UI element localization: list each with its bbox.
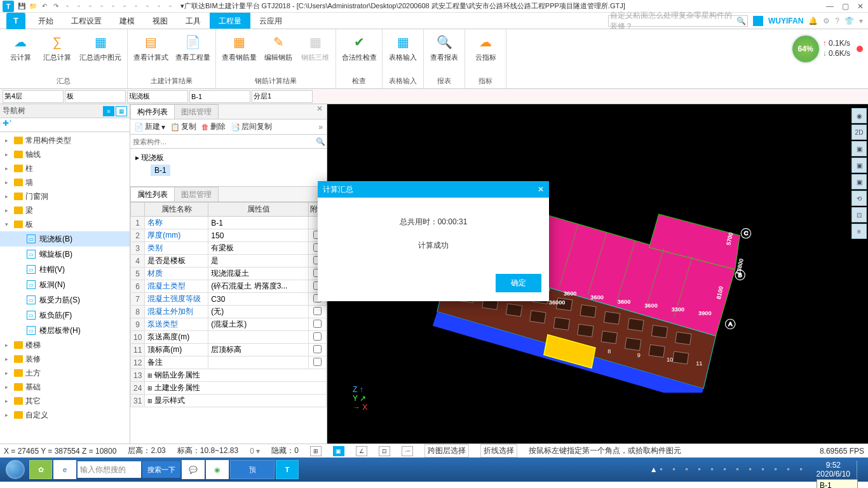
qat-btn[interactable]: ▫ [62, 1, 72, 11]
tree-subitem[interactable]: ▭现浇板(B) [0, 231, 130, 247]
tray-icon[interactable]: ▫ [800, 464, 810, 475]
property-row[interactable]: 11顶标高(m)层顶标高 [131, 344, 327, 356]
tab-component-list[interactable]: 构件列表 [130, 104, 175, 119]
layers-icon[interactable]: ≡ [851, 224, 867, 239]
cloud-calc-button[interactable]: ☁云计算 [4, 32, 37, 62]
tab-view[interactable]: 视图 [144, 13, 177, 29]
tree-item[interactable]: ▸装修 [0, 352, 130, 366]
validity-check-button[interactable]: ✔合法性检查 [340, 32, 378, 62]
tab-quantity[interactable]: 工程量 [210, 13, 250, 29]
taskbar-app-preview[interactable]: 预 [230, 460, 275, 479]
tree-item[interactable]: ▸柱 [0, 161, 130, 175]
tab-drawing-mgmt[interactable]: 图纸管理 [174, 104, 219, 119]
minimize-icon[interactable]: — [825, 2, 835, 11]
nav-tree[interactable]: ▸常用构件类型▸轴线▸柱▸墙▸门窗洞▸梁▾板▭现浇板(B)▭螺旋板(B)▭柱帽(… [0, 132, 130, 444]
avatar[interactable] [753, 16, 763, 26]
layer-copy-button[interactable]: 📑层间复制 [231, 121, 272, 132]
tree-item[interactable]: ▸常用构件类型 [0, 133, 130, 147]
component-item-selected[interactable]: B-1 [151, 165, 170, 176]
tree-subitem[interactable]: ▭螺旋板(B) [0, 247, 130, 262]
delete-button[interactable]: 🗑删除 [201, 121, 226, 132]
mode-polyline[interactable]: 折线选择 [480, 444, 517, 458]
tree-item[interactable]: ▸楼梯 [0, 338, 130, 352]
qat-btn[interactable]: ▫ [142, 1, 153, 11]
property-row[interactable]: 4是否是楼板是 [131, 255, 327, 268]
property-row[interactable]: 7混凝土强度等级C30 [131, 293, 327, 306]
view-report-button[interactable]: 🔍查看报表 [428, 32, 461, 62]
tree-item[interactable]: ▸其它 [0, 394, 130, 408]
tree-subitem[interactable]: ▭板负筋(F) [0, 308, 130, 323]
tab-start[interactable]: 开始 [29, 13, 62, 29]
collapse-ribbon-icon[interactable]: ▾ [859, 17, 863, 25]
taskbar-search-button[interactable]: 搜索一下 [142, 461, 180, 478]
tab-tools[interactable]: 工具 [177, 13, 210, 29]
property-row[interactable]: 10泵送高度(m) [131, 331, 327, 344]
qat-btn[interactable]: ▫ [119, 1, 130, 11]
dialog-close-icon[interactable]: ✕ [538, 185, 544, 194]
tree-item[interactable]: ▸自定义 [0, 408, 130, 422]
settings-icon[interactable]: ⚙ [823, 17, 830, 25]
tree-item[interactable]: ▸门窗洞 [0, 189, 130, 203]
qat-save-icon[interactable]: 💾 [17, 1, 27, 11]
tab-properties[interactable]: 属性列表 [130, 187, 175, 201]
sb-btn[interactable]: ⊡ [379, 446, 390, 456]
tray-icon[interactable]: ▫ [673, 464, 683, 475]
tab-model[interactable]: 建模 [111, 13, 144, 29]
property-row[interactable]: 2厚度(mm)150 [131, 229, 327, 242]
cube2-icon[interactable]: ▣ [851, 158, 867, 173]
mode-cross-layer[interactable]: 跨图层选择 [424, 444, 469, 458]
floor-select[interactable] [3, 90, 64, 103]
subcategory-select[interactable] [127, 90, 188, 103]
copy-button[interactable]: 📋复制 [170, 121, 196, 132]
tree-subitem[interactable]: ▭柱帽(V) [0, 262, 130, 277]
tree-item[interactable]: ▸墙 [0, 175, 130, 189]
code-select[interactable] [189, 90, 250, 103]
taskbar-wechat[interactable]: 💬 [182, 460, 205, 479]
qat-open-icon[interactable]: 📁 [28, 1, 38, 11]
dialog-ok-button[interactable]: 确定 [496, 274, 541, 292]
add-component-button[interactable]: ✚+ [0, 118, 130, 132]
tree-item[interactable]: ▾板 [0, 217, 130, 231]
username[interactable]: WUYIFAN [768, 17, 803, 25]
bell-icon[interactable]: 🔔 [808, 17, 818, 25]
help-search[interactable]: 自定义粘面怎么处理复杂零星构件的装修？🔍 [608, 15, 748, 27]
qat-btn[interactable]: ▫ [165, 1, 175, 11]
qat-btn[interactable]: ▫ [108, 1, 118, 11]
clock[interactable]: 9:52 2020/6/10 [813, 461, 854, 479]
tray-icon[interactable]: ▫ [698, 464, 709, 475]
panel-close-icon[interactable]: ✕ [313, 104, 327, 119]
tree-subitem[interactable]: ▭板洞(N) [0, 277, 130, 292]
tray-icon[interactable]: ▫ [787, 464, 797, 475]
tab-layer-mgmt[interactable]: 图层管理 [174, 187, 219, 201]
layer-select[interactable] [252, 90, 313, 103]
summary-selected-button[interactable]: ▦汇总选中图元 [78, 32, 123, 62]
category-select[interactable] [65, 90, 126, 103]
new-button[interactable]: 📄新建 ▾ [134, 121, 165, 132]
taskbar-current-app[interactable]: T [276, 460, 299, 479]
skin-icon[interactable]: 👕 [844, 17, 854, 25]
tree-item[interactable]: ▸梁 [0, 203, 130, 217]
tray-icon[interactable]: ▫ [775, 464, 785, 475]
show-desktop[interactable] [857, 461, 865, 478]
view-2d-icon[interactable]: 2D [851, 125, 867, 140]
tray-icon[interactable]: ▫ [711, 464, 721, 475]
maximize-icon[interactable]: ▢ [840, 2, 850, 11]
tree-subitem[interactable]: ▭板受力筋(S) [0, 292, 130, 308]
orbit-icon[interactable]: ◉ [851, 108, 867, 123]
view-formula-button[interactable]: ▤查看计算式 [132, 32, 170, 62]
taskbar-search-input[interactable]: 输入你想搜的 [78, 461, 141, 478]
search-icon[interactable]: 🔍 [314, 137, 327, 146]
property-table[interactable]: 属性名称 属性值 附加 1名称B-12厚度(mm)1503类别有梁板4是否是楼板… [130, 202, 327, 444]
taskbar-ie[interactable]: e [53, 460, 76, 479]
sb-btn[interactable]: ▣ [333, 446, 344, 456]
cube-icon[interactable]: ▣ [851, 141, 867, 156]
qat-redo-icon[interactable]: ↷ [51, 1, 61, 11]
rotate-icon[interactable]: ⟲ [851, 191, 867, 206]
tray-icon[interactable]: ▫ [749, 464, 759, 475]
property-row[interactable]: 13钢筋业务属性 [131, 369, 327, 382]
property-row[interactable]: 12备注 [131, 356, 327, 369]
property-row[interactable]: 5材质现浇混凝土 [131, 268, 327, 280]
close-icon[interactable]: ✕ [855, 2, 865, 11]
tray-icon[interactable]: ▫ [762, 464, 772, 475]
sb-btn[interactable]: ⊞ [310, 446, 322, 456]
